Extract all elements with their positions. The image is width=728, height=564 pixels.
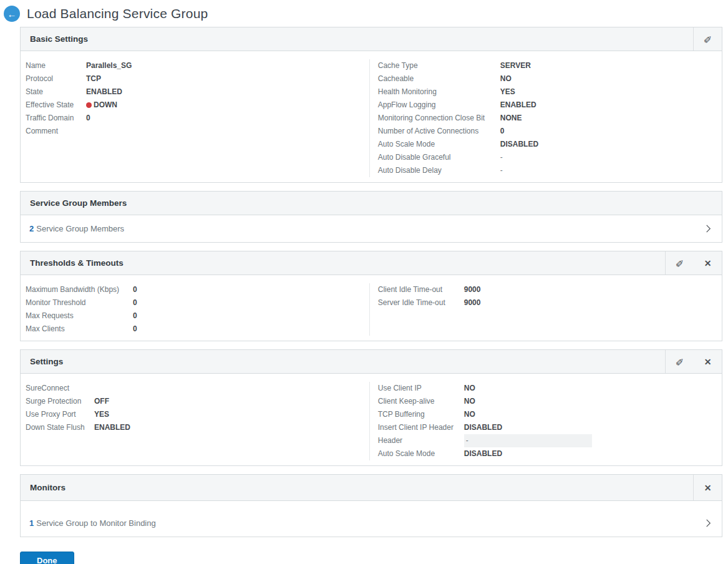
chevron-right-icon bbox=[704, 518, 713, 528]
panel-actions: ✎ ✕ bbox=[665, 350, 722, 373]
done-button[interactable]: Done bbox=[20, 552, 74, 564]
settings-right-column: Use Client IPNOClient Keep-aliveNOTCP Bu… bbox=[370, 382, 722, 460]
link-label: Service Group to Monitor Binding bbox=[36, 518, 155, 528]
field-row: CacheableNO bbox=[378, 72, 713, 85]
field-value: NONE bbox=[500, 112, 522, 125]
field-value: ENABLED bbox=[94, 421, 130, 434]
field-row: Number of Active Connections0 bbox=[378, 125, 713, 138]
field-value: 0 bbox=[86, 112, 90, 125]
field-label: Header bbox=[378, 434, 464, 447]
field-value: ENABLED bbox=[86, 85, 122, 99]
field-value: DISABLED bbox=[464, 421, 502, 434]
edit-settings-button[interactable]: ✎ bbox=[666, 350, 694, 373]
page-header: ← Load Balancing Service Group bbox=[0, 0, 728, 26]
field-label: Protocol bbox=[26, 72, 86, 85]
field-label: Health Monitoring bbox=[378, 85, 500, 99]
field-row: Traffic Domain0 bbox=[26, 112, 369, 125]
field-value: YES bbox=[500, 85, 515, 99]
field-row: Auto Disable Delay- bbox=[378, 164, 713, 177]
field-label: Monitoring Connection Close Bit bbox=[378, 112, 500, 125]
monitor-binding-link[interactable]: 1 Service Group to Monitor Binding bbox=[21, 510, 722, 537]
edit-thresholds-button[interactable]: ✎ bbox=[666, 251, 694, 275]
panel-settings: Settings ✎ ✕ SureConnectSurge Protection… bbox=[20, 349, 722, 466]
field-row: Monitoring Connection Close BitNONE bbox=[378, 112, 713, 125]
field-value: Parallels_SG bbox=[86, 59, 132, 72]
panel-title: Thresholds & Timeouts bbox=[30, 258, 124, 268]
field-label: Use Proxy Port bbox=[26, 408, 94, 421]
field-label: Surge Protection bbox=[26, 395, 94, 408]
service-group-members-link[interactable]: 2 Service Group Members bbox=[21, 215, 722, 242]
field-label: SureConnect bbox=[26, 382, 94, 395]
close-icon: ✕ bbox=[704, 357, 712, 367]
field-value: NO bbox=[464, 395, 475, 408]
panel-header-settings: Settings ✎ ✕ bbox=[21, 350, 722, 374]
field-label: Maximum Bandwidth (Kbps) bbox=[26, 283, 133, 296]
field-row: TCP BufferingNO bbox=[378, 408, 713, 421]
close-monitors-button[interactable]: ✕ bbox=[694, 475, 722, 500]
field-value: - bbox=[500, 164, 503, 177]
field-value: 0 bbox=[133, 283, 137, 296]
edit-basic-settings-button[interactable]: ✎ bbox=[694, 27, 722, 51]
panel-title: Settings bbox=[30, 357, 63, 366]
back-button[interactable]: ← bbox=[4, 6, 20, 22]
field-row: SureConnect bbox=[26, 382, 369, 395]
field-row: Auto Scale ModeDISABLED bbox=[378, 138, 713, 151]
field-value: DISABLED bbox=[500, 138, 538, 151]
field-value: YES bbox=[94, 408, 109, 421]
panel-header-service-group-members: Service Group Members bbox=[21, 192, 722, 215]
field-row: ProtocolTCP bbox=[26, 72, 369, 85]
field-label: Effective State bbox=[26, 99, 86, 112]
panel-actions: ✕ bbox=[693, 475, 722, 500]
field-row: AppFlow LoggingENABLED bbox=[378, 99, 713, 112]
basic-settings-left-column: NameParallels_SGProtocolTCPStateENABLEDE… bbox=[21, 59, 370, 177]
field-row: Max Clients0 bbox=[26, 323, 369, 336]
field-label: Max Requests bbox=[26, 309, 133, 323]
panel-service-group-members: Service Group Members 2 Service Group Me… bbox=[20, 191, 722, 243]
field-value: TCP bbox=[86, 72, 101, 85]
panel-basic-settings: Basic Settings ✎ NameParallels_SGProtoco… bbox=[20, 27, 722, 183]
member-count: 2 bbox=[29, 224, 34, 233]
chevron-right-icon bbox=[704, 224, 713, 233]
field-row: Client Idle Time-out9000 bbox=[378, 283, 713, 296]
pencil-icon: ✎ bbox=[676, 356, 684, 367]
field-label: AppFlow Logging bbox=[378, 99, 500, 112]
field-value: - bbox=[500, 151, 503, 164]
field-value: NO bbox=[500, 72, 512, 85]
field-row: Auto Scale ModeDISABLED bbox=[378, 447, 713, 460]
field-row: Insert Client IP HeaderDISABLED bbox=[378, 421, 713, 434]
basic-settings-right-column: Cache TypeSERVERCacheableNOHealth Monito… bbox=[370, 59, 722, 177]
spacer bbox=[21, 501, 722, 510]
thresholds-right-column: Client Idle Time-out9000Server Idle Time… bbox=[370, 283, 722, 336]
panel-title: Monitors bbox=[30, 483, 66, 492]
field-value: 9000 bbox=[464, 296, 481, 309]
basic-settings-body: NameParallels_SGProtocolTCPStateENABLEDE… bbox=[21, 51, 722, 182]
page-title: Load Balancing Service Group bbox=[27, 6, 208, 21]
field-row: Use Proxy PortYES bbox=[26, 408, 369, 421]
field-label: Insert Client IP Header bbox=[378, 421, 464, 434]
field-label: Use Client IP bbox=[378, 382, 464, 395]
field-label: Monitor Threshold bbox=[26, 296, 133, 309]
field-row: StateENABLED bbox=[26, 85, 369, 99]
panel-thresholds-timeouts: Thresholds & Timeouts ✎ ✕ Maximum Bandwi… bbox=[20, 251, 722, 341]
field-row: NameParallels_SG bbox=[26, 59, 369, 72]
field-value: 0 bbox=[500, 125, 505, 138]
field-row: Effective StateDOWN bbox=[26, 99, 369, 112]
close-settings-button[interactable]: ✕ bbox=[694, 350, 722, 373]
link-label: Service Group Members bbox=[36, 224, 124, 233]
panel-header-thresholds-timeouts: Thresholds & Timeouts ✎ ✕ bbox=[21, 251, 722, 275]
panel-header-basic-settings: Basic Settings ✎ bbox=[21, 27, 722, 51]
settings-left-column: SureConnectSurge ProtectionOFFUse Proxy … bbox=[21, 382, 370, 460]
field-value: DISABLED bbox=[464, 447, 502, 460]
field-value: OFF bbox=[94, 395, 109, 408]
field-label: Auto Scale Mode bbox=[378, 138, 500, 151]
field-value: - bbox=[464, 434, 592, 447]
binding-count: 1 bbox=[29, 518, 34, 528]
field-label: Max Clients bbox=[26, 323, 133, 336]
field-label: Auto Scale Mode bbox=[378, 447, 464, 460]
status-down-dot-icon bbox=[86, 102, 92, 108]
field-row: Cache TypeSERVER bbox=[378, 59, 713, 72]
field-label: Server Idle Time-out bbox=[378, 296, 464, 309]
field-label: TCP Buffering bbox=[378, 408, 464, 421]
close-thresholds-button[interactable]: ✕ bbox=[694, 251, 722, 275]
field-label: Auto Disable Delay bbox=[378, 164, 500, 177]
